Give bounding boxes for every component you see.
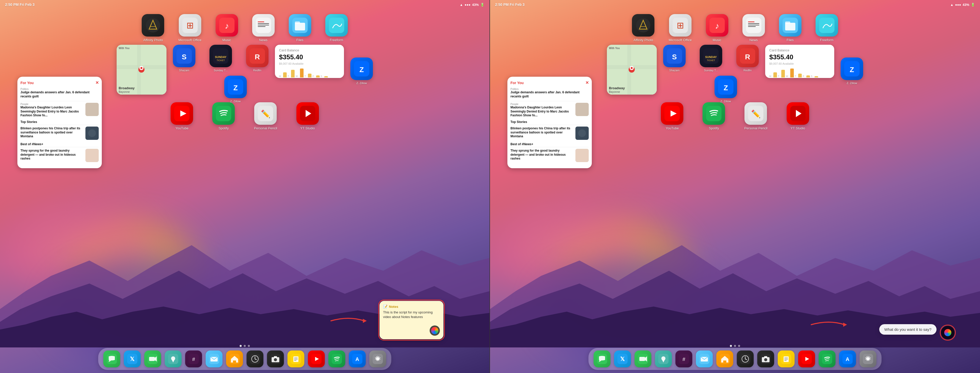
r-news-close-icon[interactable]: ✕ [585, 80, 589, 85]
office-label: Microsoft Office [178, 38, 201, 42]
app-yt-studio[interactable]: YT Studio [296, 102, 319, 130]
svg-rect-119 [576, 149, 589, 162]
r-dock-facetime[interactable] [635, 351, 651, 367]
app-affinity-photo[interactable]: Affinity Photo [142, 14, 164, 42]
dock-notes[interactable] [288, 351, 304, 367]
news-close-icon[interactable]: ✕ [95, 80, 99, 85]
r-dock-camera[interactable] [757, 351, 774, 367]
dock-home[interactable] [226, 351, 243, 367]
r-news-source-2: People [511, 103, 573, 106]
r-maps-with-you: With You [609, 47, 620, 49]
dock-facetime[interactable] [144, 351, 161, 367]
dock-youtube-2[interactable] [308, 351, 325, 367]
notes-widget-content: This is the script for my upcoming video… [383, 310, 440, 319]
notes-widget[interactable]: 📝 Notes This is the script for my upcomi… [380, 301, 444, 339]
r-youtube-icon [661, 102, 683, 125]
r-maps-widget[interactable]: With You Broadway Bayonne [607, 45, 657, 95]
svg-marker-42 [363, 319, 367, 323]
r-office-icon: ⊞ [669, 14, 692, 37]
dock-maps[interactable] [165, 351, 181, 367]
app-files[interactable]: Files [289, 14, 311, 42]
card-balance-widget[interactable]: Card Balance $355.40 $9,007.60 Available… [275, 45, 344, 78]
news-title-4: They sprung for the good laundry deterge… [21, 149, 83, 161]
r-card-balance-widget[interactable]: Card Balance $355.40 $9,007.60 Available… [765, 45, 834, 78]
r-app-freeform[interactable]: Freeform [816, 14, 838, 42]
r-dock-twitter[interactable]: 𝕏 [614, 351, 631, 367]
r-app-news[interactable]: News [742, 14, 765, 42]
news-widget[interactable]: For You ✕ Politics Judge demands answers… [18, 77, 102, 168]
r-app-files[interactable]: Files [779, 14, 802, 42]
maps-widget[interactable]: With You Broadway Bayonne [117, 45, 167, 95]
svg-text:#: # [192, 356, 195, 362]
r-dock-spotify[interactable] [819, 351, 835, 367]
r-app-zillow[interactable]: Z Z. Zillow [714, 76, 737, 103]
app-zillow-right[interactable]: Z Z. Zillow [350, 57, 373, 85]
r-news-thumb-2 [576, 103, 589, 116]
app-personal-pencil[interactable]: ✏️ Personal Pencil [254, 102, 277, 130]
r-dock-home[interactable] [716, 351, 733, 367]
dock-messages[interactable] [103, 351, 120, 367]
r-dock-clock[interactable] [737, 351, 754, 367]
app-microsoft-office[interactable]: ⊞ Microsoft Office [178, 14, 201, 42]
svg-text:R: R [255, 53, 260, 61]
r-redfin-label: Redfin [743, 69, 752, 72]
r-dock-settings[interactable] [859, 351, 877, 367]
battery-percent: 43% [472, 3, 479, 6]
r-app-zillow-right[interactable]: Z Z. Zillow [841, 57, 863, 85]
dock-slack[interactable]: # [185, 351, 202, 367]
svg-rect-8 [258, 25, 269, 25]
svg-rect-147 [784, 359, 788, 359]
r-app-redfin[interactable]: R Redfin [736, 45, 759, 72]
svg-text:Z: Z [233, 84, 238, 92]
app-spotify[interactable]: Spotify [212, 102, 235, 130]
app-sunday-ticket[interactable]: SUNDAYTICKET Sunday T... [210, 45, 232, 72]
ipad-right: 2:50 PM Fri Feb 3 ▲ ●●● 43% 🔋 Affinity P… [490, 0, 980, 373]
app-redfin[interactable]: R Redfin [246, 45, 269, 72]
r-dock-messages[interactable] [593, 351, 611, 367]
r-app-shazam[interactable]: S Shazam [663, 45, 686, 72]
news-source-2: People [21, 103, 83, 106]
dock-spotify-2[interactable] [328, 351, 345, 367]
maps-with-you: With You [119, 47, 129, 49]
r-app-sunday-ticket[interactable]: SUNDAYTICKET Sunday T... [700, 45, 722, 72]
r-dock-slack[interactable]: # [675, 351, 692, 367]
dock-mail[interactable] [205, 351, 223, 367]
r-dock-youtube[interactable] [798, 351, 815, 367]
dock-appstore[interactable]: A [349, 351, 366, 367]
svg-rect-65 [274, 356, 277, 358]
svg-rect-126 [640, 357, 645, 361]
dock-settings[interactable] [369, 351, 386, 367]
r-app-affinity-photo[interactable]: Affinity Photo [632, 14, 654, 42]
r-dock-mail[interactable] [696, 351, 713, 367]
app-news[interactable]: News [252, 14, 275, 42]
r-app-yt-studio[interactable]: YT Studio [787, 102, 809, 130]
r-freeform-icon [816, 14, 838, 37]
r-app-youtube[interactable]: YouTube [661, 102, 683, 130]
svg-marker-120 [843, 323, 847, 327]
siri-button-right[interactable] [941, 326, 955, 339]
news-title-2: Madonna's Daughter Lourdes Leon Seemingl… [21, 106, 83, 117]
r-news-widget[interactable]: For You ✕ Politics Judge demands answers… [508, 77, 592, 168]
r-app-office[interactable]: ⊞ Microsoft Office [668, 14, 692, 42]
r-app-spotify[interactable]: Spotify [703, 102, 725, 130]
r-news-title-2: Madonna's Daughter Lourdes Leon Seemingl… [511, 106, 573, 117]
r-app-music[interactable]: ♪ Music [706, 14, 729, 42]
siri-button-left[interactable] [430, 325, 440, 336]
dock-twitter[interactable]: 𝕏 [124, 351, 141, 367]
app-youtube[interactable]: YouTube [170, 102, 193, 130]
r-app-personal-pencil[interactable]: ✏️ Personal Pencil [744, 102, 767, 130]
r-dock-appstore[interactable]: A [839, 351, 856, 367]
dock-clock[interactable] [247, 351, 263, 367]
svg-rect-69 [294, 359, 298, 359]
app-music[interactable]: ♪ Music [216, 14, 238, 42]
app-shazam[interactable]: S Shazam [173, 45, 196, 72]
maps-sublocation: Bayonne [119, 90, 130, 93]
r-dock-maps[interactable] [655, 351, 672, 367]
dock-camera[interactable] [267, 351, 284, 367]
app-zillow[interactable]: Z Z. Zillow [224, 76, 247, 103]
r-yt-studio-icon [787, 102, 809, 125]
r-dock-notes[interactable] [778, 351, 795, 367]
r-zillow-right-label: Z. Zillow [847, 81, 857, 85]
page-dot-1 [240, 345, 242, 347]
app-freeform[interactable]: Freeform [325, 14, 348, 42]
